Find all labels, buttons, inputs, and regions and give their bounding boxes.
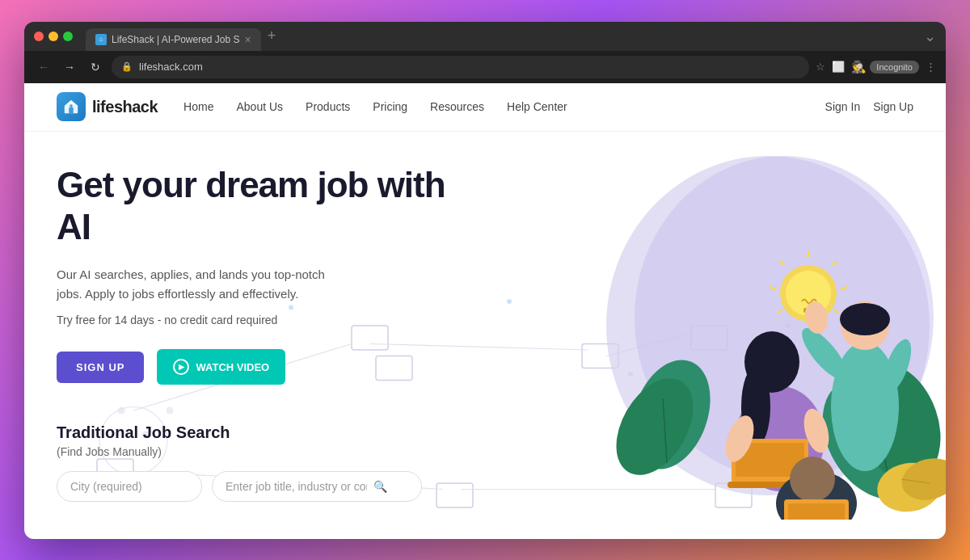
city-search-field[interactable]: 📍	[57, 471, 202, 502]
incognito-indicator: 🕵 Incognito	[851, 60, 919, 74]
window-expand-button[interactable]: ⌄	[924, 27, 936, 45]
tab-favicon: ⌂	[95, 34, 107, 45]
search-inputs: 📍 🔍	[57, 471, 477, 502]
hero-trial-text: Try free for 14 days - no credit card re…	[57, 314, 477, 326]
browser-tabs: ⌂ LifeShack | AI-Powered Job S × +	[86, 22, 282, 51]
hero-buttons: SIGN UP ▶ WATCH VIDEO	[57, 349, 477, 385]
job-search-subtitle: (Find Jobs Manually)	[57, 445, 477, 458]
navbar: lifeshack Home About Us Products Pricing…	[24, 83, 946, 132]
job-search-field[interactable]: 🔍	[212, 471, 422, 502]
svg-point-56	[840, 303, 890, 335]
nav-links: Home About Us Products Pricing Resources…	[183, 100, 824, 113]
incognito-label: Incognito	[870, 61, 919, 74]
nav-home[interactable]: Home	[183, 100, 213, 113]
svg-point-0	[70, 104, 73, 107]
nav-resources[interactable]: Resources	[430, 100, 484, 113]
job-search-title: Traditional Job Search	[57, 423, 477, 442]
nav-products[interactable]: Products	[306, 100, 350, 113]
hero-title: Get your dream job with AI	[57, 164, 477, 250]
nav-about[interactable]: About Us	[236, 100, 283, 113]
hero-content: Get your dream job with AI Our AI search…	[57, 164, 477, 503]
logo[interactable]: lifeshack	[57, 92, 158, 121]
close-button[interactable]	[34, 32, 44, 41]
back-button[interactable]: ←	[34, 57, 53, 77]
hero-illustration	[574, 132, 946, 520]
browser-window: ⌂ LifeShack | AI-Powered Job S × + ⌄ ← →…	[24, 22, 946, 539]
address-bar[interactable]: 🔒 lifeshack.com	[112, 56, 809, 78]
signup-button[interactable]: SIGN UP	[57, 352, 144, 383]
svg-point-19	[507, 299, 512, 304]
maximize-button[interactable]	[63, 32, 73, 41]
tab-label: LifeShack | AI-Powered Job S	[112, 34, 240, 45]
traffic-lights	[34, 32, 73, 41]
bookmark-icon[interactable]: ☆	[816, 61, 825, 73]
job-search-section: Traditional Job Search (Find Jobs Manual…	[57, 423, 477, 502]
city-input[interactable]	[70, 480, 212, 493]
active-tab[interactable]: ⌂ LifeShack | AI-Powered Job S ×	[86, 28, 261, 51]
minimize-button[interactable]	[48, 32, 58, 41]
browser-menu-button[interactable]: ⋮	[926, 61, 936, 73]
nav-actions: Sign In Sign Up	[825, 100, 913, 113]
webpage: lifeshack Home About Us Products Pricing…	[24, 83, 946, 539]
tab-close-button[interactable]: ×	[245, 33, 251, 46]
watch-video-button[interactable]: ▶ WATCH VIDEO	[157, 349, 285, 385]
svg-rect-53	[788, 503, 845, 520]
ssl-icon: 🔒	[121, 61, 133, 72]
job-input[interactable]	[226, 480, 367, 493]
browser-titlebar: ⌂ LifeShack | AI-Powered Job S × + ⌄	[24, 22, 946, 51]
forward-button[interactable]: →	[60, 57, 79, 77]
new-tab-button[interactable]: +	[261, 27, 283, 44]
signin-link[interactable]: Sign In	[825, 100, 861, 113]
logo-text: lifeshack	[92, 98, 158, 116]
svg-point-51	[790, 457, 835, 502]
url-text: lifeshack.com	[139, 61, 203, 73]
nav-pricing[interactable]: Pricing	[373, 100, 407, 113]
nav-help-center[interactable]: Help Center	[507, 100, 567, 113]
search-icon: 🔍	[373, 480, 387, 493]
extensions-icon[interactable]: ⬜	[832, 61, 845, 73]
reload-button[interactable]: ↻	[86, 57, 105, 77]
logo-icon	[57, 92, 86, 121]
browser-addressbar: ← → ↻ 🔒 lifeshack.com ☆ ⬜ 🕵 Incognito ⋮	[24, 51, 946, 83]
hero-description: Our AI searches, applies, and lands you …	[57, 265, 348, 304]
hero-section: Get your dream job with AI Our AI search…	[24, 132, 946, 520]
play-icon: ▶	[173, 359, 189, 375]
signup-link[interactable]: Sign Up	[873, 100, 913, 113]
